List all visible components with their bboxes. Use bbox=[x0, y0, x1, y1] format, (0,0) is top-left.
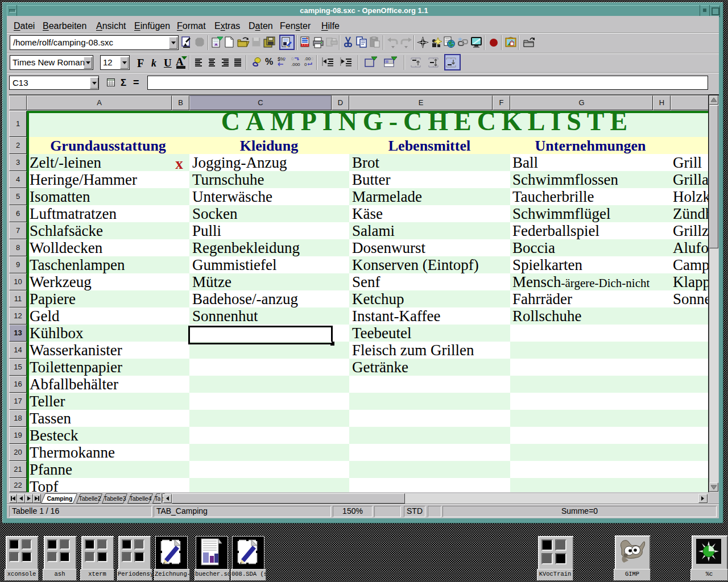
svg-text:$%: $% bbox=[278, 56, 285, 62]
svg-text:.000: .000 bbox=[291, 62, 300, 67]
svg-text:Tabelle3: Tabelle3 bbox=[104, 495, 126, 502]
svg-text:Camping: Camping bbox=[47, 495, 73, 502]
svg-text:Tabelle2: Tabelle2 bbox=[78, 495, 101, 502]
svg-text:Tabelle4: Tabelle4 bbox=[129, 495, 151, 502]
svg-text:0: 0 bbox=[291, 56, 294, 61]
svg-text:.00: .00 bbox=[304, 56, 311, 61]
svg-text:0: 0 bbox=[304, 62, 307, 67]
svg-text:0: 0 bbox=[311, 56, 313, 61]
